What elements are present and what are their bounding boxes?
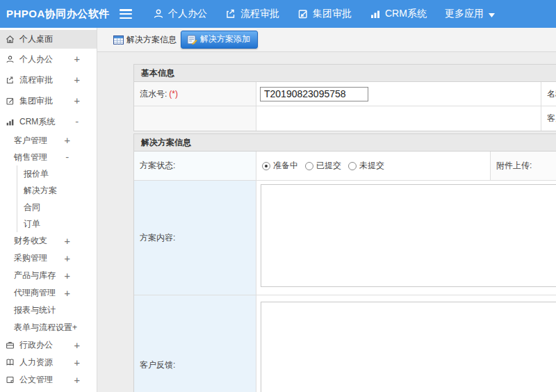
sidebar-item-customer-mgmt[interactable]: 客户管理 +	[0, 132, 97, 149]
radio-label: 已提交	[316, 160, 341, 172]
sidebar-item-agent-mgmt[interactable]: 代理商管理 +	[0, 284, 97, 302]
nav-personal-office[interactable]: 个人办公	[153, 8, 207, 20]
flow-approval-icon	[225, 8, 236, 19]
sidebar-item-label: 销售管理	[14, 152, 47, 163]
sidebar-item-label: 报价单	[24, 168, 49, 180]
feedback-label-cell: 客户反馈:	[134, 295, 256, 392]
collapse-icon[interactable]: -	[65, 152, 70, 163]
sidebar-item-sales-mgmt[interactable]: 销售管理 -	[0, 149, 97, 165]
content-row: 方案内容:	[134, 181, 556, 295]
nav-process-approval[interactable]: 流程审批	[225, 8, 279, 20]
sidebar-item-label: 采购管理	[14, 252, 47, 264]
serial-label-cell: 流水号: (*)	[134, 82, 256, 106]
caret-down-icon	[489, 8, 495, 19]
sidebar-item-process-approval[interactable]: 流程审批 +	[0, 70, 97, 90]
expand-icon[interactable]: +	[65, 270, 70, 281]
radio-unselected-icon[interactable]	[348, 162, 357, 170]
grid-table-icon	[113, 35, 124, 44]
feedback-label: 客户反馈:	[140, 359, 175, 371]
required-mark: (*)	[169, 89, 178, 99]
content-label-cell: 方案内容:	[134, 181, 256, 295]
document-icon	[6, 375, 15, 384]
sidebar-item-label: 公文管理	[19, 374, 53, 386]
sidebar-item-label: 个人办公	[19, 54, 53, 65]
sidebar-item-label: 订单	[24, 218, 40, 230]
sidebar-item-document-mgmt[interactable]: 公文管理 +	[0, 371, 97, 389]
tab-solution-add[interactable]: 解决方案添加	[181, 31, 258, 49]
customer-label-cell: 客户:	[541, 106, 556, 131]
solution-info-table: 解决方案信息 方案状态: 准备中 已提交 未提交 附	[133, 133, 556, 392]
edit-square-icon	[297, 8, 309, 19]
tab-bar: 解决方案信息 解决方案添加	[97, 28, 556, 52]
customer-label: 客户:	[547, 113, 556, 124]
radio-label: 未提交	[359, 160, 384, 172]
sidebar-item-quotation[interactable]: 报价单	[17, 165, 97, 182]
sidebar-item-form-flow-settings[interactable]: 表单与流程设置+	[0, 319, 97, 336]
sidebar-item-contract[interactable]: 合同	[17, 199, 97, 215]
expand-icon[interactable]: +	[65, 253, 70, 264]
expand-icon[interactable]: +	[74, 74, 80, 85]
sidebar-item-personal-office[interactable]: 个人办公 +	[0, 49, 97, 70]
tab-solution-info[interactable]: 解决方案信息	[113, 34, 177, 46]
hamburger-menu-icon[interactable]	[120, 9, 132, 19]
sidebar-item-label: 代理商管理	[14, 287, 56, 299]
top-header: PHPOA协同办公软件 个人办公 流程审批 集团审批	[0, 0, 556, 28]
top-nav: 个人办公 流程审批 集团审批 CRM系统 更多应用	[153, 8, 513, 20]
name-label: 名称:	[547, 88, 556, 100]
sidebar-nav: 个人桌面 个人办公 + 流程审批 + 集团审批 + CRM系统 -	[0, 28, 97, 392]
empty-content-cell	[256, 106, 541, 131]
tab-label: 解决方案信息	[126, 34, 177, 46]
name-label-cell: 名称:	[541, 82, 556, 106]
sidebar-item-group-approval[interactable]: 集团审批 +	[0, 90, 97, 111]
book-icon	[6, 358, 15, 367]
form-add-icon	[187, 35, 197, 44]
sidebar-item-finance[interactable]: 财务收支 +	[0, 232, 97, 250]
expand-icon[interactable]: +	[74, 375, 80, 386]
radio-option-submitted[interactable]: 已提交	[305, 160, 341, 172]
sidebar-item-solution[interactable]: 解决方案	[17, 182, 97, 199]
serial-label: 流水号:	[140, 88, 167, 100]
collapse-icon[interactable]: -	[74, 116, 80, 127]
sidebar-item-label: 报表与统计	[14, 304, 56, 316]
feedback-row: 客户反馈:	[134, 295, 556, 392]
sidebar-item-reports-stats[interactable]: 报表与统计	[0, 302, 97, 319]
attachment-label: 附件上传:	[496, 160, 532, 172]
main-content: 基本信息 流水号: (*) 名称: 客户: 解决方案信息 方案状态:	[97, 53, 556, 392]
expand-icon[interactable]: +	[65, 288, 70, 299]
expand-icon[interactable]: +	[74, 95, 80, 106]
person-icon	[6, 55, 15, 64]
briefcase-icon	[6, 341, 15, 350]
radio-selected-icon[interactable]	[262, 162, 270, 170]
customer-feedback-textarea[interactable]	[261, 302, 556, 392]
sidebar-item-purchasing[interactable]: 采购管理 +	[0, 250, 97, 267]
section-title-solution: 解决方案信息	[134, 134, 556, 152]
serial-input-cell	[256, 82, 541, 106]
sidebar-item-label: 人力资源	[19, 357, 53, 368]
status-options-cell: 准备中 已提交 未提交	[256, 152, 491, 180]
expand-icon[interactable]: +	[74, 357, 80, 368]
nav-more-apps[interactable]: 更多应用	[445, 8, 495, 20]
expand-icon[interactable]: +	[65, 236, 70, 247]
expand-icon[interactable]: +	[74, 340, 80, 351]
sidebar-item-label: CRM系统	[19, 116, 55, 128]
radio-unselected-icon[interactable]	[305, 162, 313, 170]
status-label: 方案状态:	[140, 160, 175, 172]
sidebar-item-product-inventory[interactable]: 产品与库存 +	[0, 267, 97, 284]
sidebar-item-admin-office[interactable]: 行政办公 +	[0, 336, 97, 354]
sidebar-item-personal-desktop[interactable]: 个人桌面	[0, 30, 97, 49]
nav-crm-system[interactable]: CRM系统	[370, 8, 427, 20]
nav-label: 个人办公	[168, 8, 207, 20]
radio-option-not-submitted[interactable]: 未提交	[348, 160, 384, 172]
sidebar-item-order[interactable]: 订单	[17, 215, 97, 232]
expand-icon[interactable]: +	[74, 54, 80, 65]
empty-label-cell	[134, 106, 256, 131]
sidebar-item-human-resources[interactable]: 人力资源 +	[0, 354, 97, 371]
expand-icon[interactable]: +	[65, 135, 70, 146]
sidebar-item-crm-system[interactable]: CRM系统 -	[0, 111, 97, 132]
sidebar-item-label: 财务收支	[14, 235, 47, 247]
nav-group-approval[interactable]: 集团审批	[297, 8, 352, 20]
radio-option-preparing[interactable]: 准备中	[262, 160, 298, 172]
attachment-label-cell: 附件上传:	[491, 152, 556, 180]
serial-number-input[interactable]	[260, 87, 368, 101]
solution-content-textarea[interactable]	[261, 184, 556, 287]
